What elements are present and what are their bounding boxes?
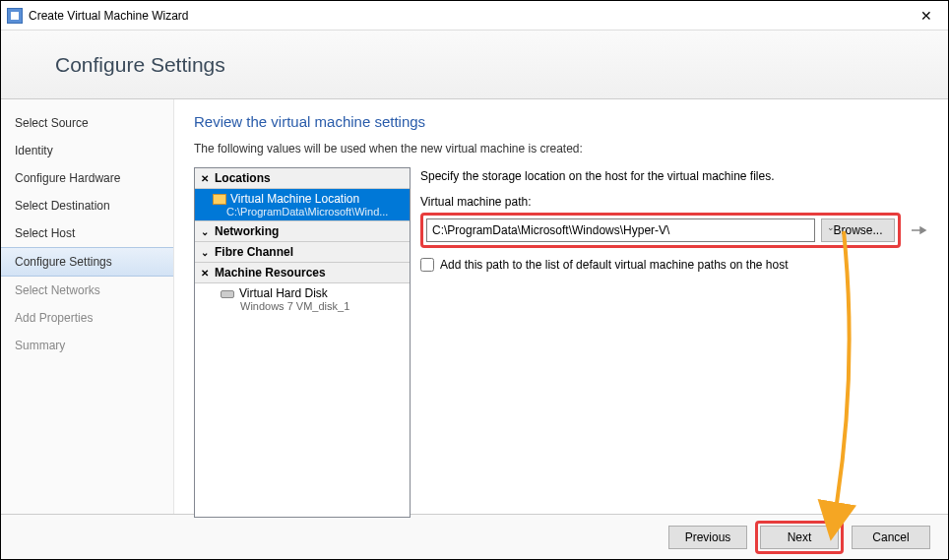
content-area: Review the virtual machine settings The …	[174, 99, 948, 514]
wizard-steps-sidebar: Select Source Identity Configure Hardwar…	[1, 99, 174, 514]
pin-icon[interactable]	[911, 224, 928, 236]
previous-button[interactable]: Previous	[668, 526, 747, 549]
step-select-source[interactable]: Select Source	[1, 109, 173, 137]
details-panel: Specify the storage location on the host…	[420, 167, 928, 518]
settings-tree[interactable]: ✕ Locations Virtual Machine Location C:\…	[194, 167, 411, 518]
cancel-button[interactable]: Cancel	[852, 526, 930, 549]
content-heading: Review the virtual machine settings	[194, 113, 928, 130]
annotation-highlight-next: Next	[755, 521, 844, 554]
expand-icon: ⌄	[201, 247, 211, 258]
close-button[interactable]: ✕	[904, 1, 948, 31]
wizard-header: Configure Settings	[1, 31, 948, 99]
add-default-path-label: Add this path to the list of default vir…	[440, 258, 789, 272]
step-configure-hardware[interactable]: Configure Hardware	[1, 164, 173, 192]
expand-icon: ⌄	[201, 226, 211, 237]
tree-section-networking[interactable]: ⌄ Networking	[195, 220, 410, 242]
next-button[interactable]: Next	[760, 526, 839, 549]
annotation-highlight-path: Browse...	[420, 213, 901, 248]
tree-item-vm-location[interactable]: Virtual Machine Location C:\ProgramData\…	[195, 189, 410, 220]
tree-section-locations[interactable]: ✕ Locations	[195, 168, 410, 189]
browse-button[interactable]: Browse...	[821, 218, 895, 242]
page-title: Configure Settings	[55, 53, 225, 77]
step-summary: Summary	[1, 332, 173, 359]
path-label: Virtual machine path:	[420, 195, 928, 209]
step-add-properties: Add Properties	[1, 304, 173, 332]
tree-section-machine-resources[interactable]: ✕ Machine Resources	[195, 263, 410, 283]
app-icon	[7, 8, 23, 24]
add-default-path-checkbox[interactable]	[420, 258, 434, 272]
tree-section-fibre-channel[interactable]: ⌄ Fibre Channel	[195, 242, 410, 263]
annotation-arrow	[814, 226, 873, 541]
details-description: Specify the storage location on the host…	[420, 169, 928, 183]
step-select-destination[interactable]: Select Destination	[1, 192, 173, 219]
collapse-icon: ✕	[201, 268, 211, 279]
vm-path-input[interactable]	[426, 218, 815, 242]
step-identity[interactable]: Identity	[1, 137, 173, 164]
collapse-icon: ✕	[201, 173, 211, 184]
title-bar: Create Virtual Machine Wizard ✕	[1, 1, 948, 31]
window-title: Create Virtual Machine Wizard	[29, 9, 904, 23]
wizard-footer: Previous Next Cancel	[1, 514, 948, 559]
step-select-networks: Select Networks	[1, 277, 173, 304]
disk-icon	[221, 290, 234, 298]
folder-icon	[213, 194, 226, 205]
step-select-host[interactable]: Select Host	[1, 219, 173, 247]
content-lead: The following values will be used when t…	[194, 142, 928, 156]
tree-item-vhd[interactable]: Virtual Hard Disk Windows 7 VM_disk_1	[195, 283, 410, 315]
step-configure-settings[interactable]: Configure Settings	[1, 247, 173, 277]
